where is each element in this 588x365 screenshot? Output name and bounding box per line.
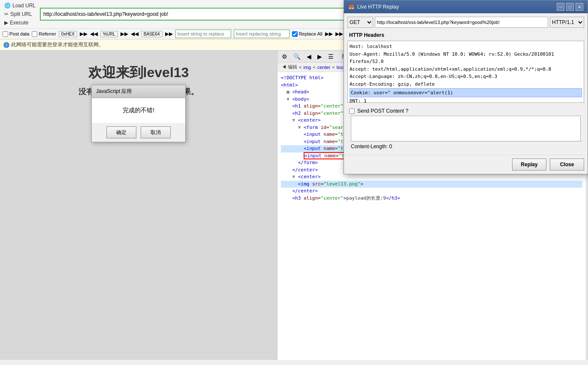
code-line-center2: ▼ <center> [281, 174, 582, 181]
replay-url-field[interactable] [375, 17, 548, 28]
replay-close-dialog-button[interactable]: Close [550, 159, 584, 171]
arrow-left-2: ◀◀ [131, 31, 139, 37]
code-line-img: <img src="level13.png"> [281, 181, 582, 188]
execute-icon: ▶ [4, 20, 8, 26]
replay-title-left: 🦊 Live HTTP Replay [348, 4, 399, 10]
split-url-icon: ✂ [4, 11, 9, 17]
replay-url-row: GET POST HTTP/1.1 HTTP/1.0 [347, 17, 584, 28]
insert-replace-input[interactable] [175, 30, 231, 38]
breadcrumb-sep3: < [332, 65, 335, 70]
replay-title-bar: 🦊 Live HTTP Replay ─ □ ✕ [344, 0, 588, 13]
alert-dialog-title: JavaScript 应用 [92, 85, 185, 98]
load-url-button[interactable]: 🌐 Load URL [3, 2, 37, 9]
send-post-checkbox[interactable] [349, 108, 355, 114]
arrow-left-1: ◀◀ [90, 31, 98, 37]
alert-dialog-buttons: 确定 取消 [92, 123, 185, 142]
arrow-right-3: ▶▶ [165, 31, 173, 37]
devtools-list-icon[interactable]: ☰ [326, 51, 336, 62]
alert-dialog: JavaScript 应用 完成的不错! 确定 取消 [91, 85, 186, 142]
replay-method-select[interactable]: GET POST [347, 17, 373, 28]
breadcrumb-center[interactable]: center [317, 65, 331, 70]
replay-minimize-button[interactable]: ─ [557, 3, 564, 11]
header-accept-language: Accept-Language: zh-CN,zh;q=0.8,en-US;q=… [350, 73, 582, 81]
breadcrumb-img[interactable]: img [304, 65, 311, 70]
header-user-agent: User-Agent: Mozilla/5.0 (Windows NT 10.0… [350, 51, 582, 66]
referrer-check[interactable]: Referrer [32, 31, 56, 37]
devtools-nav-forward[interactable]: ▶ [315, 51, 325, 62]
alert-dialog-body: 完成的不错! [92, 98, 185, 123]
load-url-icon: 🌐 [4, 3, 11, 9]
replay-close-button[interactable]: ✕ [576, 3, 583, 11]
replay-content-length: Content-Length: 0 [347, 141, 584, 151]
arrow-right-4: ▶▶ [325, 31, 333, 37]
replay-maximize-button[interactable]: □ [566, 3, 574, 11]
replay-dialog: 🦊 Live HTTP Replay ─ □ ✕ GET POST HTTP/1… [344, 0, 588, 174]
devtools-inspect-icon[interactable]: 🔍 [291, 51, 303, 62]
header-cookie: Cookie: user=" onmouseover="alert(1) [350, 88, 582, 98]
header-host: Host: localhost [350, 43, 582, 51]
header-accept-encoding: Accept-Encoding: gzip, deflate [350, 81, 582, 88]
breadcrumb-sep2: < [313, 65, 315, 70]
post-data-check[interactable]: Post data [3, 31, 29, 37]
replay-headers-label: HTTP Headers [347, 31, 584, 39]
percent-url-button[interactable]: %URL [100, 31, 118, 37]
arrow-right-5: ▶▶ [335, 31, 343, 37]
arrow-right-1: ▶▶ [80, 31, 87, 37]
browser-viewport: 欢迎来到level13 没有找到和good job!相关的结果。 JavaScr… [0, 51, 277, 360]
page-heading: 欢迎来到level13 [0, 63, 277, 82]
sidebar-buttons: 🌐 Load URL ✂ Split URL ▶ Execute [3, 2, 37, 27]
replay-post-content[interactable] [351, 116, 581, 141]
replay-post-row: Send POST Content ? [347, 106, 584, 116]
alert-confirm-button[interactable]: 确定 [106, 126, 136, 138]
header-accept: Accept: text/html,application/xhtml+xml,… [350, 66, 582, 73]
replay-title-text: Live HTTP Replay [357, 4, 399, 10]
base64-button[interactable]: BASE64 [141, 31, 163, 37]
insert-replacing-input[interactable] [234, 30, 289, 38]
replay-headers-box[interactable]: Host: localhost User-Agent: Mozilla/5.0 … [347, 41, 584, 103]
replay-content: GET POST HTTP/1.1 HTTP/1.0 HTTP Headers … [344, 13, 588, 155]
replay-button[interactable]: Replay [512, 159, 546, 171]
breadcrumb-edit: ◀ 编辑 [282, 64, 297, 70]
devtools-settings-icon[interactable]: ⚙ [279, 51, 290, 62]
0xhex-button[interactable]: 0xHEX [59, 31, 77, 37]
replay-title-controls: ─ □ ✕ [557, 3, 583, 11]
replace-all-check[interactable]: Replace All [292, 31, 323, 37]
split-url-button[interactable]: ✂ Split URL [3, 10, 37, 18]
code-line-center2-close: </center> [281, 188, 582, 195]
replay-footer: Replay Close [344, 155, 588, 174]
breadcrumb-sep1: < [299, 65, 302, 70]
execute-button[interactable]: ▶ Execute [3, 19, 37, 27]
arrow-right-2: ▶▶ [121, 31, 128, 37]
header-dnt: DNT: 1 [350, 97, 582, 103]
replay-protocol-select[interactable]: HTTP/1.1 HTTP/1.0 [550, 17, 584, 28]
send-post-label: Send POST Content ? [357, 108, 408, 114]
info-icon: i [3, 42, 9, 48]
devtools-nav-back[interactable]: ◀ [304, 51, 314, 62]
code-line-h3: <h3 align="center">payload的长度:9</h3> [281, 195, 582, 202]
alert-cancel-button[interactable]: 取消 [141, 126, 171, 138]
replay-firefox-icon: 🦊 [348, 4, 355, 10]
